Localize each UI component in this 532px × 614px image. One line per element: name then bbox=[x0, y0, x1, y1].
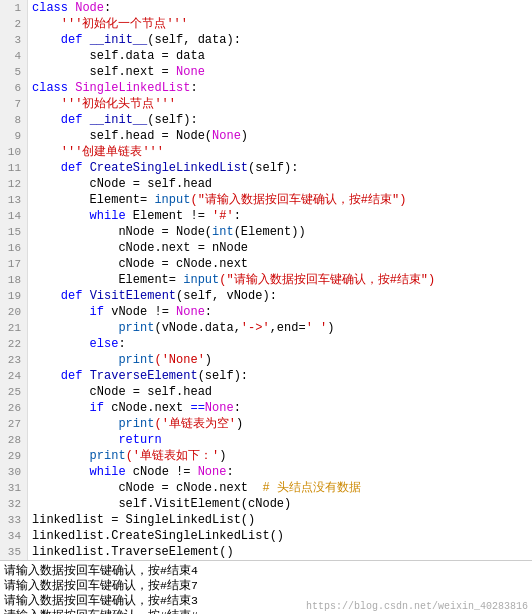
token: Element= bbox=[32, 273, 183, 287]
line-content: linkedlist = SingleLinkedList() bbox=[28, 512, 532, 528]
line-content: print('None') bbox=[28, 352, 532, 368]
token: input bbox=[154, 193, 190, 207]
line-content: def __init__(self, data): bbox=[28, 32, 532, 48]
token bbox=[32, 337, 90, 351]
line-content: self.data = data bbox=[28, 48, 532, 64]
output-line: 请输入数据按回车键确认，按#结束7 bbox=[4, 578, 528, 593]
token: : bbox=[118, 337, 125, 351]
line-number: 6 bbox=[0, 80, 28, 96]
token: if bbox=[90, 401, 104, 415]
token: ('单链表为空' bbox=[154, 417, 236, 431]
token: Node bbox=[75, 1, 104, 15]
token: None bbox=[205, 401, 234, 415]
line-content: self.next = None bbox=[28, 64, 532, 80]
token: : bbox=[234, 401, 241, 415]
token: None bbox=[176, 65, 205, 79]
line-number: 31 bbox=[0, 480, 28, 496]
line-number: 16 bbox=[0, 240, 28, 256]
token: class bbox=[32, 1, 75, 15]
token: SingleLinkedList bbox=[75, 81, 190, 95]
line-number: 8 bbox=[0, 112, 28, 128]
token: ("请输入数据按回车键确认，按#结束") bbox=[190, 193, 406, 207]
line-content: cNode.next = nNode bbox=[28, 240, 532, 256]
line-number: 30 bbox=[0, 464, 28, 480]
line-number: 19 bbox=[0, 288, 28, 304]
token: else bbox=[90, 337, 119, 351]
line-content: cNode = self.head bbox=[28, 176, 532, 192]
token: ) bbox=[219, 449, 226, 463]
token: cNode = cNode.next bbox=[32, 257, 248, 271]
line-number: 17 bbox=[0, 256, 28, 272]
line-number: 28 bbox=[0, 432, 28, 448]
code-line: 31 cNode = cNode.next # 头结点没有数据 bbox=[0, 480, 532, 496]
line-content: if vNode != None: bbox=[28, 304, 532, 320]
line-number: 12 bbox=[0, 176, 28, 192]
line-number: 18 bbox=[0, 272, 28, 288]
watermark: https://blog.csdn.net/weixin_40283816 bbox=[306, 601, 528, 612]
token: '''初始化一个节点''' bbox=[32, 17, 188, 31]
code-line: 19 def VisitElement(self, vNode): bbox=[0, 288, 532, 304]
line-content: def TraverseElement(self): bbox=[28, 368, 532, 384]
line-content: if cNode.next ==None: bbox=[28, 400, 532, 416]
code-line: 13 Element= input("请输入数据按回车键确认，按#结束") bbox=[0, 192, 532, 208]
line-number: 4 bbox=[0, 48, 28, 64]
line-number: 26 bbox=[0, 400, 28, 416]
token: (self, data): bbox=[147, 33, 241, 47]
code-line: 15 nNode = Node(int(Element)) bbox=[0, 224, 532, 240]
line-content: linkedlist.TraverseElement() bbox=[28, 544, 532, 560]
code-line: 7 '''初始化头节点''' bbox=[0, 96, 532, 112]
line-content: self.head = Node(None) bbox=[28, 128, 532, 144]
code-line: 32 self.VisitElement(cNode) bbox=[0, 496, 532, 512]
token: linkedlist = SingleLinkedList() bbox=[32, 513, 255, 527]
token: nNode = Node( bbox=[32, 225, 212, 239]
line-content: '''初始化头节点''' bbox=[28, 96, 532, 112]
line-content: print('单链表如下：') bbox=[28, 448, 532, 464]
line-number: 21 bbox=[0, 320, 28, 336]
token: Element != bbox=[126, 209, 212, 223]
token: print bbox=[118, 417, 154, 431]
token: print bbox=[90, 449, 126, 463]
code-line: 12 cNode = self.head bbox=[0, 176, 532, 192]
code-line: 28 return bbox=[0, 432, 532, 448]
token: linkedlist.TraverseElement() bbox=[32, 545, 234, 559]
line-number: 35 bbox=[0, 544, 28, 560]
code-line: 18 Element= input("请输入数据按回车键确认，按#结束") bbox=[0, 272, 532, 288]
line-content: while Element != '#': bbox=[28, 208, 532, 224]
code-line: 27 print('单链表为空') bbox=[0, 416, 532, 432]
code-line: 10 '''创建单链表''' bbox=[0, 144, 532, 160]
token bbox=[32, 401, 90, 415]
code-editor: 1class Node:2 '''初始化一个节点'''3 def __init_… bbox=[0, 0, 532, 614]
token: self.data = data bbox=[32, 49, 205, 63]
token: __init__ bbox=[90, 113, 148, 127]
line-content: cNode = cNode.next # 头结点没有数据 bbox=[28, 480, 532, 496]
token bbox=[32, 161, 61, 175]
token: cNode.next bbox=[104, 401, 190, 415]
token: print bbox=[118, 321, 154, 335]
line-number: 20 bbox=[0, 304, 28, 320]
token: ('单链表如下：' bbox=[126, 449, 220, 463]
line-content: nNode = Node(int(Element)) bbox=[28, 224, 532, 240]
line-content: cNode = self.head bbox=[28, 384, 532, 400]
token: '->' bbox=[241, 321, 270, 335]
token bbox=[32, 369, 61, 383]
token: None bbox=[212, 129, 241, 143]
token: ) bbox=[205, 353, 212, 367]
line-number: 24 bbox=[0, 368, 28, 384]
token: # 头结点没有数据 bbox=[262, 481, 360, 495]
line-number: 15 bbox=[0, 224, 28, 240]
token: int bbox=[212, 225, 234, 239]
line-number: 32 bbox=[0, 496, 28, 512]
line-content: '''创建单链表''' bbox=[28, 144, 532, 160]
token: ('None' bbox=[154, 353, 204, 367]
token: : bbox=[205, 305, 212, 319]
token: linkedlist.CreateSingleLinkedList() bbox=[32, 529, 284, 543]
token bbox=[32, 33, 61, 47]
line-content: def VisitElement(self, vNode): bbox=[28, 288, 532, 304]
code-line: 22 else: bbox=[0, 336, 532, 352]
code-line: 29 print('单链表如下：') bbox=[0, 448, 532, 464]
output-line: 请输入数据按回车键确认，按#结束4 bbox=[4, 563, 528, 578]
token: while bbox=[90, 465, 126, 479]
line-content: def __init__(self): bbox=[28, 112, 532, 128]
line-number: 29 bbox=[0, 448, 28, 464]
token: def bbox=[61, 113, 90, 127]
